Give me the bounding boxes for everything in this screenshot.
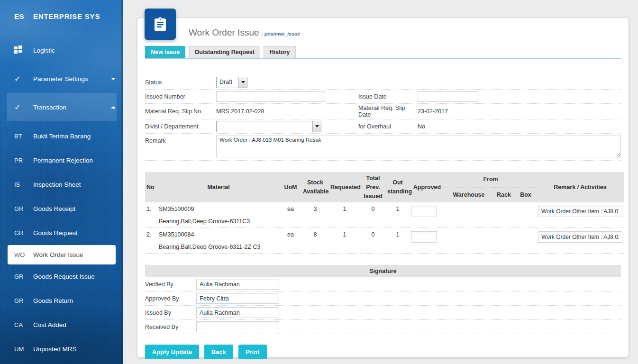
sidebar-item-goods-request-issue[interactable]: GR Goods Request Issue <box>0 264 123 289</box>
sidebar-item-logistic[interactable]: Logistic <box>0 36 123 64</box>
sidebar-item-goods-receipt[interactable]: GR Goods Receipt <box>0 197 123 221</box>
table-row: 1. SM35100009 Bearing,Ball,Deep Groove-6… <box>145 202 624 228</box>
row-rack <box>493 228 515 254</box>
sidebar-item-parameter-settings[interactable]: Parameter Settings <box>0 64 123 93</box>
col-header-approved: Approved <box>410 172 445 202</box>
row-approved <box>410 202 445 228</box>
remark-activities-input[interactable] <box>538 206 622 217</box>
row-no: 2. <box>145 228 157 254</box>
dropdown-arrow-icon <box>312 121 321 132</box>
col-header-warehouse: Warehouse <box>445 187 493 202</box>
item-label: Inspection Sheet <box>33 181 81 188</box>
item-label: Goods Request <box>33 229 78 237</box>
sidebar: ES ENTERPRISE SYS Logistic Parameter Set… <box>0 0 123 364</box>
remark-textarea[interactable]: Work Order : AJ8.013 M01 Bearing Rusak <box>216 136 621 157</box>
signature-section-header: Signature <box>145 265 621 277</box>
row-stock: 3 <box>301 202 329 228</box>
sidebar-item-label: Logistic <box>33 47 116 54</box>
material-code: SM35100009 <box>159 206 278 212</box>
item-label: Work Order Issue <box>33 251 83 258</box>
division-select[interactable] <box>216 121 321 132</box>
sidebar-item-transaction[interactable]: Transaction <box>7 93 117 121</box>
row-material: SM35100084 Bearing,Ball,Deep Groove-6311… <box>157 228 280 254</box>
col-header-no: No <box>145 172 157 202</box>
overhaul-label: for Overhaul <box>358 123 418 130</box>
row-rack <box>493 202 515 228</box>
remark-activities-input[interactable] <box>538 231 622 243</box>
sidebar-item-inspection-sheet[interactable]: IS Inspection Sheet <box>0 173 123 197</box>
transaction-submenu: BT Bukti Terima Barang PR Permanent Reje… <box>0 124 123 361</box>
item-label: Cost Added <box>33 321 66 328</box>
row-requested: 1 <box>329 228 360 254</box>
col-header-uom: UoM <box>280 172 301 202</box>
sidebar-item-unposted-mrs[interactable]: UM Unposted MRS <box>0 337 123 361</box>
tab-bar: New Issue Outstanding Request History <box>145 46 621 59</box>
signature-section: Verified By Approved By Issued By Receiv… <box>145 277 621 334</box>
status-value: Draft <box>217 77 238 88</box>
row-uom: ea <box>280 202 301 228</box>
approved-input[interactable] <box>411 206 437 217</box>
row-total-prev: 0 <box>360 228 386 254</box>
row-box <box>515 228 537 254</box>
sidebar-item-bukti-terima-barang[interactable]: BT Bukti Terima Barang <box>0 124 123 148</box>
issued-by-label: Issued By <box>145 309 196 316</box>
row-approved <box>410 228 445 254</box>
approved-input[interactable] <box>411 231 437 243</box>
col-header-requested: Requested <box>329 172 360 202</box>
row-outstanding: 1 <box>386 228 410 254</box>
remark-label: Remark <box>145 136 216 144</box>
row-total-prev: 0 <box>360 202 386 228</box>
approved-by-label: Approved By <box>145 295 196 302</box>
mrs-no-value: MRS.2017.02-028 <box>216 108 264 115</box>
back-button[interactable]: Back <box>204 345 233 359</box>
item-label: Goods Request Issue <box>33 273 95 280</box>
items-table: No Material UoM Stock Available Requeste… <box>145 172 624 254</box>
row-stock: 8 <box>301 228 329 254</box>
mrs-date-label: Material Req. Slip Date <box>358 105 418 118</box>
sidebar-item-goods-return[interactable]: GR Goods Return <box>0 289 123 313</box>
approved-by-input[interactable] <box>196 293 279 304</box>
check-icon <box>14 74 33 83</box>
issue-date-input[interactable] <box>418 91 478 102</box>
sidebar-item-work-order-issue[interactable]: WO Work Order Issue <box>8 245 116 264</box>
verified-by-input[interactable] <box>196 279 279 290</box>
sidebar-item-label: Parameter Settings <box>33 75 111 82</box>
row-requested: 1 <box>329 202 360 228</box>
row-outstanding: 1 <box>386 202 410 228</box>
app-brand: ES ENTERPRISE SYS <box>0 0 123 33</box>
action-bar: Apply Update Back Print <box>145 345 621 359</box>
issued-by-input[interactable] <box>196 307 279 318</box>
item-label: Permanent Rejection <box>33 157 93 164</box>
tab-history[interactable]: History <box>264 46 295 58</box>
sidebar-item-label: Transaction <box>33 104 111 111</box>
col-header-stock: Stock Available <box>301 172 329 202</box>
division-value <box>217 121 312 132</box>
sidebar-item-goods-request[interactable]: GR Goods Request <box>0 221 123 245</box>
col-header-total-prev: Total Prev. Issued <box>360 172 386 202</box>
issued-number-input[interactable] <box>216 91 325 102</box>
print-button[interactable]: Print <box>238 345 267 359</box>
status-select[interactable]: Draft <box>216 77 247 88</box>
row-warehouse <box>445 202 493 228</box>
issued-number-label: Issued Number <box>145 93 216 100</box>
division-label: Divisi / Departement <box>145 123 216 130</box>
sidebar-item-permanent-rejection[interactable]: PR Permanent Rejection <box>0 148 123 173</box>
tab-new-issue[interactable]: New Issue <box>145 46 185 58</box>
work-order-issue-card: Work Order Issue : pnsmwo_issue New Issu… <box>137 18 629 357</box>
row-no: 1. <box>145 202 157 228</box>
main-area: Work Order Issue : pnsmwo_issue New Issu… <box>123 0 638 364</box>
chevron-down-icon <box>111 78 116 80</box>
sidebar-nav: Logistic Parameter Settings Transaction … <box>0 36 123 361</box>
apply-update-button[interactable]: Apply Update <box>145 345 199 359</box>
item-label: Bukti Terima Barang <box>33 133 91 140</box>
verified-by-label: Verified By <box>145 281 196 288</box>
tab-outstanding-request[interactable]: Outstanding Request <box>189 46 260 58</box>
sidebar-item-cost-added[interactable]: CA Cost Added <box>0 313 123 337</box>
item-label: Goods Return <box>33 297 73 304</box>
col-header-from: From <box>445 172 537 187</box>
status-label: Status <box>145 79 216 86</box>
received-by-input[interactable] <box>196 321 279 332</box>
chevron-up-icon <box>111 106 116 109</box>
page-title: Work Order Issue <box>189 27 259 38</box>
app-name: ENTERPRISE SYS <box>33 12 100 20</box>
